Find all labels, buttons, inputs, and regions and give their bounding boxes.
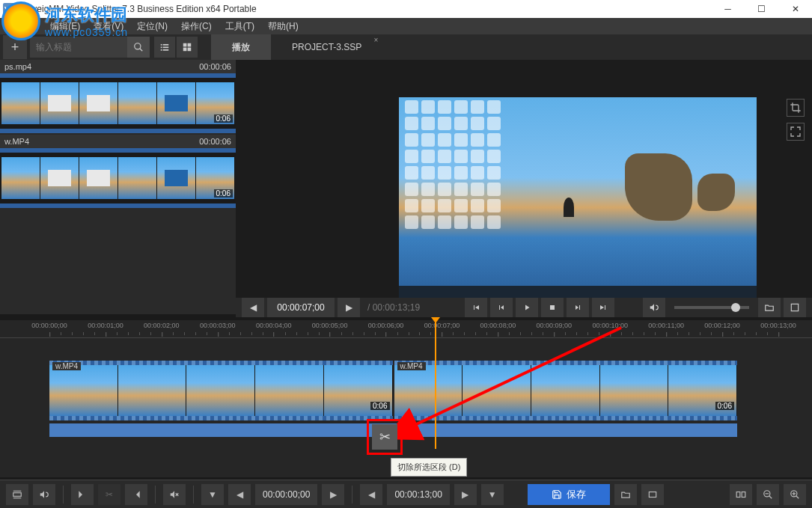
volume-button[interactable] bbox=[643, 298, 665, 317]
mute-button[interactable] bbox=[163, 484, 186, 505]
clip-item[interactable]: w.MP4 00:00:06 0:06 bbox=[0, 135, 236, 208]
svg-rect-13 bbox=[791, 304, 798, 310]
zoom-out-button[interactable] bbox=[757, 484, 779, 505]
tooltip: 切除所选区段 (D) bbox=[391, 458, 467, 477]
preview-area: ◀ 00:00:07;00 ▶ / 00:00:13;19 bbox=[236, 60, 812, 314]
step-fwd-button[interactable] bbox=[567, 298, 589, 317]
menu-file[interactable]: 文件(F) bbox=[7, 20, 37, 33]
next-frame-button[interactable]: ▶ bbox=[338, 298, 360, 317]
out-time[interactable]: 00:00:13;00 bbox=[387, 484, 449, 505]
playhead[interactable] bbox=[435, 322, 436, 449]
cut-selection-button[interactable]: ✂ bbox=[372, 424, 397, 450]
ruler[interactable]: 00:00:00;0000:00:01;0000:00:02;0000:00:0… bbox=[0, 320, 812, 338]
goto-end-button[interactable] bbox=[592, 298, 614, 317]
menubar: 文件(F) 编辑(E) 查看(V) 定位(N) 操作(C) 工具(T) 帮助(H… bbox=[0, 18, 812, 34]
timeline-view-button[interactable] bbox=[6, 484, 28, 505]
svg-line-25 bbox=[769, 495, 772, 498]
clip-duration: 00:00:06 bbox=[199, 62, 231, 71]
ruler-tick: 00:00:11;00 bbox=[648, 322, 684, 329]
svg-rect-9 bbox=[188, 43, 192, 47]
svg-point-0 bbox=[135, 43, 141, 49]
dropdown2-button[interactable]: ▼ bbox=[481, 484, 504, 505]
scissors-button[interactable]: ✂ bbox=[98, 484, 120, 505]
marker-in-button[interactable] bbox=[71, 484, 94, 505]
close-icon[interactable]: × bbox=[374, 36, 379, 44]
close-button[interactable]: ✕ bbox=[778, 0, 812, 18]
clip-name: w.MP4 bbox=[4, 137, 29, 146]
svg-rect-21 bbox=[736, 492, 740, 497]
clip-name: ps.mp4 bbox=[4, 62, 31, 71]
grid-view-button[interactable] bbox=[177, 37, 198, 58]
preview-video[interactable] bbox=[399, 97, 757, 298]
ruler-tick: 00:00:07;00 bbox=[424, 322, 460, 329]
volume-slider[interactable] bbox=[674, 306, 749, 309]
tool-row: + 播放 PROJECT-3.SSP× bbox=[0, 34, 812, 60]
fullscreen-icon[interactable] bbox=[787, 123, 805, 141]
next-in-button[interactable]: ▶ bbox=[322, 484, 344, 505]
add-file-button[interactable]: + bbox=[3, 35, 27, 59]
search-button[interactable] bbox=[127, 37, 150, 58]
zoom-fit-button[interactable] bbox=[730, 484, 752, 505]
marker-out-button[interactable] bbox=[125, 484, 147, 505]
maximize-button[interactable]: ☐ bbox=[745, 0, 778, 18]
dropdown1-button[interactable]: ▼ bbox=[201, 484, 224, 505]
timeline-clip[interactable]: w.MP4 0:06 bbox=[49, 361, 393, 420]
goto-out-button[interactable]: ◀ bbox=[360, 484, 382, 505]
fitscreen-button[interactable] bbox=[784, 298, 806, 317]
ruler-tick: 00:00:02;00 bbox=[144, 322, 180, 329]
save-button[interactable]: 保存 bbox=[528, 484, 610, 505]
svg-rect-15 bbox=[13, 492, 22, 496]
zoom-in-button[interactable] bbox=[784, 484, 806, 505]
svg-rect-10 bbox=[183, 48, 187, 52]
svg-rect-12 bbox=[550, 305, 555, 310]
menu-operate[interactable]: 操作(C) bbox=[181, 20, 212, 33]
ruler-tick: 00:00:09;00 bbox=[537, 322, 573, 329]
step-back-button[interactable] bbox=[490, 298, 513, 317]
playback-controls: ◀ 00:00:07;00 ▶ / 00:00:13;19 bbox=[236, 298, 812, 317]
settings-button[interactable] bbox=[641, 484, 664, 505]
folder-button[interactable] bbox=[758, 298, 781, 317]
menu-edit[interactable]: 编辑(E) bbox=[50, 20, 80, 33]
minimize-button[interactable]: ─ bbox=[711, 0, 745, 18]
crop-icon[interactable] bbox=[787, 99, 805, 117]
bottom-bar: ✂ ▼ ◀ 00:00:00;00 ▶ ◀ 00:00:13;00 ▶ ▼ 保存 bbox=[0, 480, 812, 508]
ruler-tick: 00:00:06;00 bbox=[368, 322, 404, 329]
current-time[interactable]: 00:00:07;00 bbox=[267, 298, 335, 317]
ruler-tick: 00:00:03;00 bbox=[200, 322, 236, 329]
svg-line-29 bbox=[796, 495, 799, 498]
next-out-button[interactable]: ▶ bbox=[454, 484, 477, 505]
window-title: SolveigMM Video Splitter 7.3 Business Ed… bbox=[19, 4, 257, 14]
clip-item[interactable]: ps.mp4 00:00:06 0:06 bbox=[0, 60, 236, 133]
svg-line-1 bbox=[140, 49, 143, 52]
prev-frame-button[interactable]: ◀ bbox=[242, 298, 264, 317]
ruler-tick: 00:00:12;00 bbox=[704, 322, 740, 329]
menu-tools[interactable]: 工具(T) bbox=[225, 20, 254, 33]
svg-rect-11 bbox=[188, 48, 192, 52]
goto-in-button[interactable]: ◀ bbox=[228, 484, 251, 505]
svg-rect-3 bbox=[163, 44, 169, 46]
in-time[interactable]: 00:00:00;00 bbox=[255, 484, 317, 505]
svg-rect-5 bbox=[163, 46, 169, 48]
file-panel: ps.mp4 00:00:06 0:06 w.MP4 00:00:06 0:06 bbox=[0, 60, 236, 314]
ruler-tick: 00:00:08;00 bbox=[480, 322, 516, 329]
tab-play[interactable]: 播放 bbox=[211, 34, 271, 60]
tab-project[interactable]: PROJECT-3.SSP× bbox=[271, 34, 382, 60]
list-view-button[interactable] bbox=[154, 37, 175, 58]
svg-rect-7 bbox=[163, 49, 169, 51]
stop-button[interactable] bbox=[541, 298, 564, 317]
total-duration: / 00:00:13;19 bbox=[363, 302, 424, 313]
open-folder-button[interactable] bbox=[614, 484, 637, 505]
menu-help[interactable]: 帮助(H) bbox=[268, 20, 299, 33]
timeline[interactable]: 00:00:00;0000:00:01;0000:00:02;0000:00:0… bbox=[0, 320, 812, 477]
svg-rect-8 bbox=[183, 43, 187, 47]
play-button[interactable] bbox=[516, 298, 538, 317]
timeline-clip[interactable]: w.MP4 0:06 bbox=[394, 361, 738, 420]
goto-start-button[interactable] bbox=[465, 298, 487, 317]
search-input[interactable] bbox=[30, 42, 127, 52]
menu-navigate[interactable]: 定位(N) bbox=[137, 20, 168, 33]
ruler-tick: 00:00:01;00 bbox=[88, 322, 123, 329]
audio-button[interactable] bbox=[33, 484, 55, 505]
svg-rect-6 bbox=[161, 49, 162, 51]
menu-view[interactable]: 查看(V) bbox=[94, 20, 123, 33]
ruler-tick: 00:00:04;00 bbox=[256, 322, 292, 329]
